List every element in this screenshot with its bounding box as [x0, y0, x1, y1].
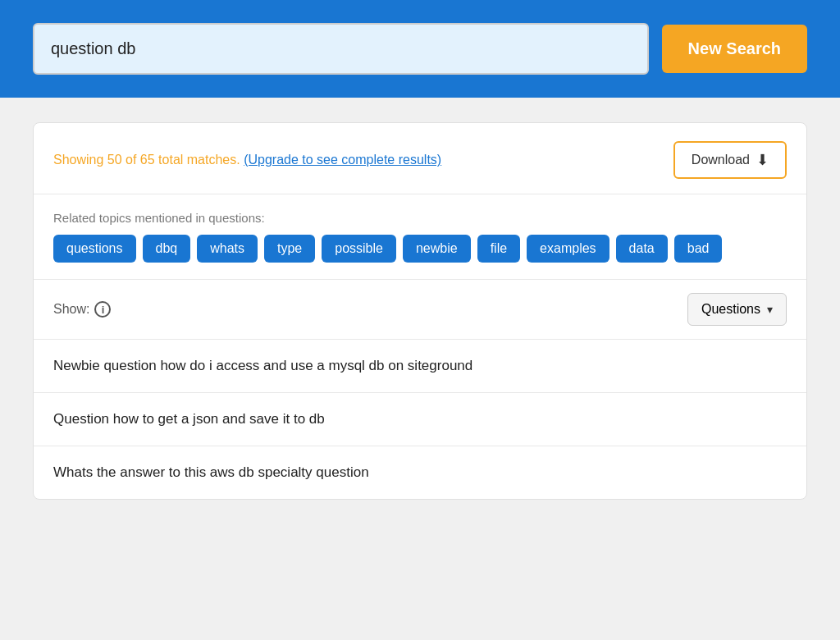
result-item[interactable]: Newbie question how do i access and use …	[34, 340, 806, 393]
new-search-button[interactable]: New Search	[662, 25, 807, 73]
results-list: Newbie question how do i access and use …	[34, 340, 806, 499]
topic-tag[interactable]: type	[264, 235, 315, 263]
download-button[interactable]: Download ⬇	[673, 141, 787, 179]
topics-tags: questionsdbqwhatstypepossiblenewbiefilee…	[53, 235, 787, 263]
results-card: Showing 50 of 65 total matches. (Upgrade…	[33, 122, 807, 500]
download-icon: ⬇	[756, 151, 769, 169]
topics-label: Related topics mentioned in questions:	[53, 211, 787, 225]
topic-tag[interactable]: possible	[322, 235, 396, 263]
search-input[interactable]: question db	[33, 23, 649, 75]
header: question db New Search	[0, 0, 840, 98]
main-content: Showing 50 of 65 total matches. (Upgrade…	[0, 98, 840, 524]
topic-tag[interactable]: dbq	[143, 235, 191, 263]
topic-tag[interactable]: questions	[53, 235, 136, 263]
topic-tag[interactable]: newbie	[403, 235, 471, 263]
topic-tag[interactable]: whats	[197, 235, 258, 263]
download-label: Download	[692, 153, 750, 167]
chevron-down-icon: ▾	[767, 303, 773, 316]
upgrade-link[interactable]: (Upgrade to see complete results)	[244, 153, 441, 167]
topic-tag[interactable]: data	[616, 235, 668, 263]
show-dropdown[interactable]: Questions ▾	[687, 293, 787, 326]
show-label-text: Show:	[53, 302, 89, 317]
show-label: Show: i	[53, 301, 111, 318]
show-section: Show: i Questions ▾	[34, 280, 806, 340]
show-dropdown-value: Questions	[701, 302, 760, 317]
topic-tag[interactable]: file	[477, 235, 520, 263]
result-item[interactable]: Question how to get a json and save it t…	[34, 393, 806, 446]
info-icon[interactable]: i	[94, 301, 111, 318]
topic-tag[interactable]: bad	[674, 235, 723, 263]
results-header: Showing 50 of 65 total matches. (Upgrade…	[34, 123, 806, 194]
topic-tag[interactable]: examples	[527, 235, 609, 263]
topics-section: Related topics mentioned in questions: q…	[34, 194, 806, 280]
results-summary: Showing 50 of 65 total matches. (Upgrade…	[53, 153, 441, 167]
result-item[interactable]: Whats the answer to this aws db specialt…	[34, 446, 806, 499]
results-summary-text: Showing 50 of 65 total matches.	[53, 153, 240, 167]
